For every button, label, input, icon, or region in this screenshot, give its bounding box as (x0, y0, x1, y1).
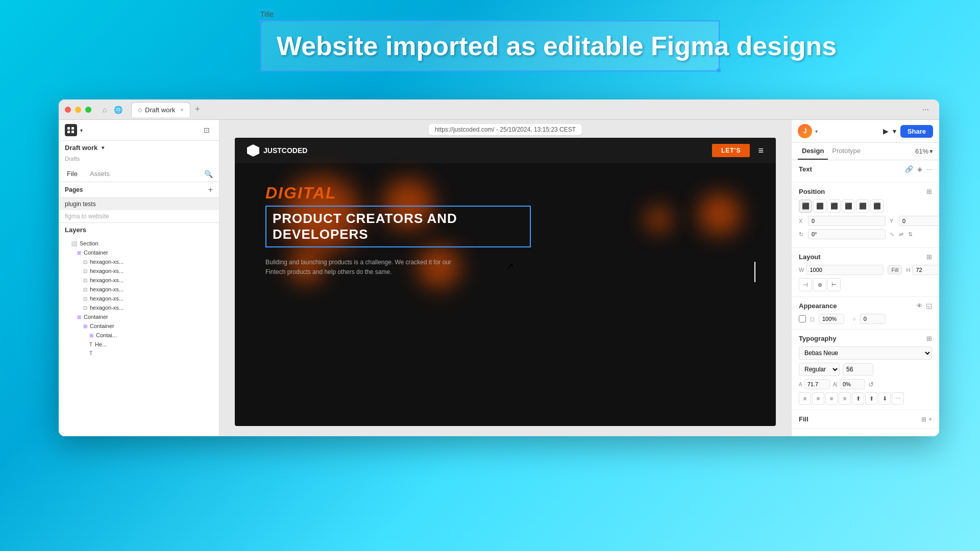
traffic-light-green[interactable] (85, 107, 91, 113)
clip-button[interactable]: ◱ (926, 302, 932, 310)
text-valign-middle[interactable]: ⬆ (865, 392, 877, 405)
pages-section: Pages + (59, 182, 219, 198)
x-label: X (799, 218, 806, 224)
rotation-field: ↻ (799, 229, 886, 239)
align-center-h-button[interactable]: ⬛ (813, 199, 826, 213)
fill-section-header: Fill ⊞ + (799, 415, 932, 423)
active-tab[interactable]: ◇ Draft work × (131, 102, 190, 117)
traffic-light-yellow[interactable] (75, 107, 81, 113)
case-input[interactable] (840, 379, 865, 389)
browser-window: ⌂ 🌐 ◇ Draft work × + ··· (59, 99, 939, 436)
text-align-center[interactable]: ≡ (812, 392, 824, 405)
text-more-button[interactable]: ⋯ (892, 392, 904, 405)
add-page-button[interactable]: + (208, 185, 213, 194)
draft-work-label[interactable]: Draft work ▾ (59, 141, 219, 155)
tab-close-button[interactable]: × (180, 107, 183, 113)
width-input[interactable] (806, 265, 884, 275)
font-size-input[interactable] (843, 363, 873, 375)
play-button[interactable]: ▶ (883, 127, 889, 135)
browser-menu[interactable]: ··· (918, 103, 933, 116)
layer-hex-3[interactable]: ⊡ hexagon-xs... (59, 276, 219, 285)
prototype-tab[interactable]: Prototype (828, 143, 865, 160)
layer-container-3[interactable]: ⊞ Container (59, 321, 219, 331)
opacity-input[interactable] (819, 314, 844, 324)
layout-align-left-button[interactable]: ⊣ (799, 278, 812, 291)
text-align-left[interactable]: ≡ (799, 392, 811, 405)
layout-align-buttons: ⊣ ⊕ ⊢ (799, 278, 932, 291)
align-top-button[interactable]: ⬛ (842, 199, 855, 213)
text-align-right[interactable]: ≡ (825, 392, 838, 405)
text-valign-bottom[interactable]: ⬇ (878, 392, 891, 405)
blur-input[interactable] (860, 314, 886, 324)
layer-container-2[interactable]: ⊞ Container (59, 312, 219, 321)
assets-tab[interactable]: Assets (88, 169, 112, 179)
website-preview[interactable]: JUSTCODED LET'S ≡ DIGITAL (235, 138, 776, 426)
lets-button[interactable]: LET'S (712, 144, 750, 157)
logo-dropdown-arrow: ▾ (80, 128, 83, 133)
panel-toggle-button[interactable]: ⊡ (201, 124, 213, 136)
layout-align-center-button[interactable]: ⊕ (813, 278, 826, 291)
tab-add-button[interactable]: + (191, 104, 204, 116)
layer-section[interactable]: ⬜ Section (59, 239, 219, 248)
layer-container-4[interactable]: ⊞ Contai... (59, 331, 219, 340)
layer-text-item[interactable]: T (59, 349, 219, 358)
appear-checkbox[interactable] (799, 315, 806, 322)
align-center-v-button[interactable]: ⬛ (856, 199, 869, 213)
layer-hex-1[interactable]: ⊡ hexagon-xs... (59, 257, 219, 266)
hex-2-icon: ⊡ (83, 268, 87, 274)
position-expand-button[interactable]: ⊞ (926, 188, 932, 195)
hero-headline-box[interactable]: PRODUCT CREATORS AND DEVELOPERS (265, 206, 531, 247)
design-tab[interactable]: Design (798, 143, 828, 160)
font-select[interactable]: Bebas Neue (799, 346, 932, 360)
layer-hex-5[interactable]: ⊡ hexagon-xs... (59, 294, 219, 303)
zoom-control[interactable]: 61% ▾ (915, 143, 933, 160)
traffic-light-red[interactable] (65, 107, 71, 113)
layer-he-item[interactable]: T He... (59, 340, 219, 349)
y-input[interactable] (899, 216, 939, 226)
align-right-button[interactable]: ⬛ (827, 199, 841, 213)
figma-icon: ◇ (138, 107, 142, 113)
figma-logo-area[interactable]: ▾ (65, 124, 83, 136)
more-icon-button[interactable]: ··· (926, 165, 932, 173)
page-item-plugin-tests[interactable]: plugin tests (59, 198, 219, 210)
rotation-row: ↻ ⤡ ⇌ ⇅ (799, 229, 932, 239)
fill-grid-button[interactable]: ⊞ (921, 416, 926, 423)
refresh-button[interactable]: ↺ (868, 381, 874, 388)
typography-grid-button[interactable]: ⊞ (926, 335, 932, 342)
globe-button[interactable]: 🌐 (113, 105, 123, 115)
play-dropdown-button[interactable]: ▾ (893, 127, 896, 135)
radio-icon: ○ (852, 316, 856, 322)
layer-hex-2[interactable]: ⊡ hexagon-xs... (59, 266, 219, 276)
hamburger-icon[interactable]: ≡ (758, 145, 764, 156)
sidebar-top: ▾ ⊡ (59, 120, 219, 141)
tracking-input[interactable] (804, 379, 830, 389)
avatar-dropdown[interactable]: ▾ (815, 129, 818, 134)
align-left-button[interactable]: ⬛ (799, 199, 812, 213)
share-button[interactable]: Share (900, 125, 933, 138)
layer-hex-6[interactable]: ⊡ hexagon-xs... (59, 303, 219, 312)
layer-hex-4[interactable]: ⊡ hexagon-xs... (59, 285, 219, 294)
search-button[interactable]: 🔍 (204, 170, 213, 178)
align-bottom-button[interactable]: ⬛ (870, 199, 884, 213)
user-avatar[interactable]: J (798, 124, 812, 138)
style-icon-button[interactable]: ◈ (917, 165, 922, 173)
file-assets-bar: File Assets 🔍 (59, 166, 219, 182)
file-tab[interactable]: File (65, 169, 80, 179)
title-label: Title (260, 10, 720, 18)
typography-section-title: Typography (799, 335, 836, 342)
height-input[interactable] (912, 265, 939, 275)
font-style-select[interactable]: Regular (799, 363, 840, 376)
text-valign-top[interactable]: ⬆ (852, 392, 864, 405)
layer-container-1[interactable]: ⊞ Container (59, 248, 219, 257)
layout-expand-button[interactable]: ⊞ (926, 253, 932, 261)
page-item-figma-website[interactable]: figma to website (59, 210, 219, 222)
layout-align-right-button[interactable]: ⊢ (827, 278, 841, 291)
rotation-input[interactable] (808, 229, 886, 239)
x-input[interactable] (808, 216, 886, 226)
visibility-button[interactable]: 👁 (916, 302, 923, 310)
fill-add-button[interactable]: + (928, 416, 932, 423)
center-canvas[interactable]: https://justcoded.com/ - 25/10/2024, 13:… (219, 120, 791, 436)
home-button[interactable]: ⌂ (100, 105, 110, 115)
text-align-justify[interactable]: ≡ (839, 392, 851, 405)
link-icon-button[interactable]: 🔗 (905, 165, 913, 173)
